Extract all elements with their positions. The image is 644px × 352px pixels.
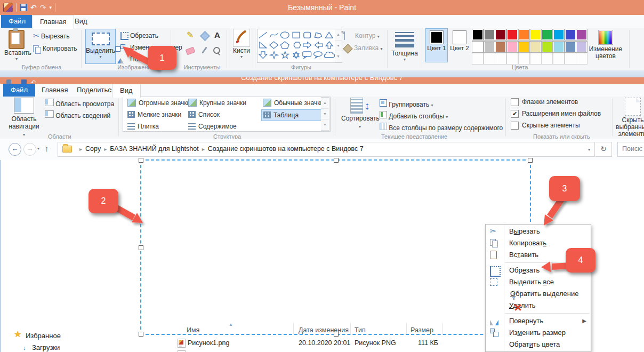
layout-option-3[interactable]: Плитка xyxy=(126,121,186,132)
palette-swatch[interactable] xyxy=(553,29,565,41)
layout-option-5[interactable]: Список xyxy=(187,109,257,120)
palette-swatch-empty[interactable] xyxy=(472,53,484,65)
palette-swatch-empty[interactable] xyxy=(541,53,553,65)
navigation-pane-button[interactable]: Область навигации ▾ xyxy=(7,98,41,138)
preview-pane-button[interactable]: Область просмотра xyxy=(45,99,114,108)
hide-selected-button[interactable]: Скрыть выбранные элементы xyxy=(614,98,644,138)
checkbox-icon[interactable] xyxy=(511,98,519,106)
palette-swatch-empty[interactable] xyxy=(518,53,530,65)
palette-swatch[interactable] xyxy=(518,41,530,53)
palette-swatch[interactable] xyxy=(576,29,587,41)
group-by-button[interactable]: Группировать ▾ xyxy=(380,99,433,108)
copy-button[interactable]: Копировать xyxy=(33,45,77,52)
forward-button[interactable]: → xyxy=(23,143,36,156)
color1-button[interactable]: Цвет 1 xyxy=(425,28,448,62)
palette-swatch[interactable] xyxy=(495,41,506,53)
palette-swatch-empty[interactable] xyxy=(565,53,576,65)
fill-dropdown[interactable]: Заливка ▾ xyxy=(344,44,383,52)
palette-swatch-empty[interactable] xyxy=(495,53,506,65)
shapes-scroll-down-icon[interactable]: ▼ xyxy=(335,41,342,52)
palette-swatch[interactable] xyxy=(495,29,506,41)
details-pane-button[interactable]: Область сведений xyxy=(45,110,110,119)
palette-swatch-empty[interactable] xyxy=(576,53,587,65)
table-row[interactable]: Рисунок2.png20.10.2020 20:02Рисунок PNG1… xyxy=(1,349,484,352)
pencil-tool[interactable]: ✎ xyxy=(187,31,194,39)
table-row[interactable]: Рисунок1.png20.10.2020 20:01Рисунок PNG1… xyxy=(1,338,484,349)
picker-tool[interactable] xyxy=(204,46,205,55)
explorer-tab-file[interactable]: Файл xyxy=(3,84,35,97)
palette-swatch-empty[interactable] xyxy=(553,53,565,65)
select-button[interactable]: Выделить ▾ xyxy=(85,29,116,64)
layout-scroll-down-icon[interactable]: ▼ xyxy=(321,109,329,120)
explorer-tab-view[interactable]: Вид xyxy=(112,84,141,98)
selection-rectangle[interactable] xyxy=(140,159,531,335)
layout-option-4[interactable]: Крупные значки xyxy=(187,98,257,108)
palette-swatch[interactable] xyxy=(506,41,518,53)
palette-swatch-empty[interactable] xyxy=(506,53,518,65)
selection-handle[interactable] xyxy=(139,158,143,163)
add-columns-button[interactable]: Добавить столбцы ▾ xyxy=(380,111,448,120)
palette-swatch[interactable] xyxy=(553,41,565,53)
layout-scroll[interactable]: ▲ ▼ ▼ xyxy=(321,97,329,131)
palette-swatch[interactable] xyxy=(576,41,587,53)
selection-handle[interactable] xyxy=(528,158,533,163)
palette-swatch[interactable] xyxy=(565,29,576,41)
menu-item-1[interactable]: ✂Вырезать xyxy=(486,226,591,237)
sort-button[interactable]: ↕ Сортировать ▾ xyxy=(341,98,379,130)
checkbox-checked-icon[interactable]: ✔ xyxy=(511,110,519,118)
layout-more-icon[interactable]: ▼ xyxy=(321,119,329,131)
palette-swatch[interactable] xyxy=(518,29,530,41)
layout-option-7[interactable]: Обычные значки xyxy=(261,98,321,108)
refresh-button[interactable]: ↻ xyxy=(595,142,612,157)
palette-swatch[interactable] xyxy=(530,29,542,41)
brushes-button[interactable]: Кисти ▾ xyxy=(230,29,253,59)
text-tool[interactable]: А xyxy=(214,30,220,39)
checkbox-3[interactable]: Скрытые элементы xyxy=(511,122,580,130)
palette-swatch[interactable] xyxy=(472,29,484,41)
palette-swatch-empty[interactable] xyxy=(484,53,495,65)
shapes-more-icon[interactable]: ▼ xyxy=(335,51,342,62)
crop-button[interactable]: Обрезать xyxy=(120,32,158,39)
palette-swatch[interactable] xyxy=(506,29,518,41)
size-columns-button[interactable]: Все столбцы по размеру содержимого xyxy=(380,123,503,132)
crumb-base[interactable]: БАЗА ЗНАНИЙ для Lightshot xyxy=(110,145,198,153)
checkbox-2[interactable]: ✔Расширения имен файлов xyxy=(511,110,601,118)
crumb-copy[interactable]: Copy xyxy=(85,145,101,153)
menu-item-5[interactable]: Выделить все xyxy=(486,276,591,288)
color2-button[interactable]: Цвет 2 xyxy=(448,28,471,62)
edit-colors-button[interactable]: Изменение цветов xyxy=(586,29,625,60)
fill-tool[interactable] xyxy=(202,33,208,41)
layout-scroll-up-icon[interactable]: ▲ xyxy=(321,98,329,109)
size-button[interactable]: Толщина ▾ xyxy=(391,30,418,62)
menu-item-7[interactable]: Удалить xyxy=(486,300,591,311)
selection-handle[interactable] xyxy=(139,245,143,250)
layout-option-8[interactable]: Таблица xyxy=(261,109,322,121)
palette-swatch[interactable] xyxy=(541,29,553,41)
eraser-tool[interactable] xyxy=(186,48,195,55)
paint-tab-file[interactable]: Файл xyxy=(1,15,33,28)
palette-swatch[interactable] xyxy=(484,29,495,41)
paste-button[interactable]: Вставить ▾ xyxy=(4,30,29,62)
breadcrumb[interactable]: ▸ Copy ▸ БАЗА ЗНАНИЙ для Lightshot ▸ Соз… xyxy=(58,142,595,157)
cut-button[interactable]: ✂ Вырезать xyxy=(33,32,69,40)
palette-swatch[interactable] xyxy=(484,41,495,53)
checkbox-1[interactable]: Флажки элементов xyxy=(511,98,578,106)
menu-item-9[interactable]: Изменить размер xyxy=(486,327,591,339)
palette-swatch-empty[interactable] xyxy=(530,53,542,65)
menu-item-2[interactable]: Копировать xyxy=(486,237,591,249)
crumb-current[interactable]: Создание скриншотов на компьютере с Винд… xyxy=(208,145,364,153)
paint-tab-home[interactable]: Главная xyxy=(32,15,74,29)
menu-item-10[interactable]: Обратить цвета xyxy=(486,339,591,350)
layout-option-2[interactable]: Мелкие значки xyxy=(126,109,186,120)
history-dropdown-icon[interactable]: ▾ xyxy=(37,146,39,151)
outline-dropdown[interactable]: Контур ▾ xyxy=(344,32,380,39)
layout-option-6[interactable]: Содержимое xyxy=(187,121,257,132)
selection-handle[interactable] xyxy=(139,332,143,337)
shapes-gallery[interactable] xyxy=(257,29,336,63)
checkbox-icon[interactable] xyxy=(511,122,519,130)
address-dropdown-icon[interactable]: ▾ xyxy=(588,147,590,152)
menu-item-8[interactable]: Повернуть▶ xyxy=(486,315,591,327)
back-button[interactable]: ← xyxy=(9,143,21,156)
search-input[interactable]: Поиск: xyxy=(617,142,644,157)
menu-item-6[interactable]: Обратить выделение xyxy=(486,288,591,300)
